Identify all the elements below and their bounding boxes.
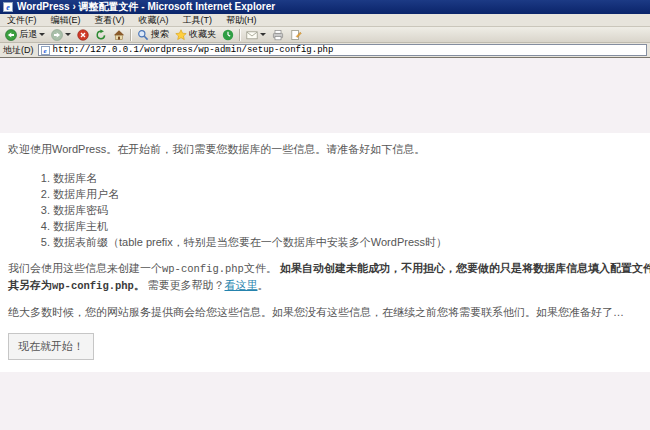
menubar: 文件(F) 编辑(E) 查看(V) 收藏(A) 工具(T) 帮助(H)	[0, 14, 650, 27]
button-row: 现在就开始！	[8, 333, 642, 372]
wp-config-filename: wp-config.php。	[52, 279, 144, 291]
info-text: 。	[257, 279, 268, 291]
forward-button[interactable]	[48, 27, 74, 43]
window-title: WordPress › 调整配置文件 - Microsoft Internet …	[17, 0, 275, 14]
list-item: 数据库名	[53, 170, 642, 186]
menu-edit[interactable]: 编辑(E)	[44, 14, 88, 27]
refresh-button[interactable]	[92, 27, 110, 43]
search-icon	[137, 29, 149, 41]
stop-icon	[77, 29, 89, 41]
list-item: 数据库主机	[53, 218, 642, 234]
print-icon	[272, 29, 284, 41]
setup-config-content: 欢迎使用WordPress。在开始前，我们需要您数据库的一些信息。请准备好如下信…	[0, 133, 650, 372]
menu-tools[interactable]: 工具(T)	[176, 14, 220, 27]
mail-dropdown-icon[interactable]	[260, 33, 266, 36]
lets-go-button[interactable]: 现在就开始！	[8, 333, 94, 360]
address-label: 地址(D)	[3, 44, 34, 57]
browser-window: e WordPress › 调整配置文件 - Microsoft Interne…	[0, 0, 650, 429]
back-icon	[5, 29, 17, 41]
wp-config-filename: wp-config.php	[162, 263, 244, 275]
favorites-star-icon	[175, 29, 187, 41]
forward-icon	[51, 29, 63, 41]
info-text: 我们会使用这些信息来创建一个	[8, 262, 162, 274]
page-top-margin	[0, 58, 650, 133]
history-button[interactable]	[219, 27, 237, 43]
history-icon	[222, 29, 234, 41]
home-icon	[113, 29, 125, 41]
list-item: 数据库用户名	[53, 186, 642, 202]
forward-dropdown-icon[interactable]	[65, 33, 71, 36]
config-info-line-2: 其另存为wp-config.php。 需要更多帮助？看这里。	[8, 277, 642, 294]
requirements-list: 数据库名 数据库用户名 数据库密码 数据库主机 数据表前缀（table pref…	[8, 170, 642, 250]
info-text: 文件。	[244, 262, 280, 274]
favorites-label: 收藏夹	[189, 28, 216, 41]
toolbar: 后退	[0, 27, 650, 43]
config-info-line-1: 我们会使用这些信息来创建一个wp-config.php文件。 如果自动创建未能成…	[8, 260, 642, 277]
menu-file[interactable]: 文件(F)	[0, 14, 44, 27]
ie-document-icon: e	[3, 2, 13, 12]
page-background: 欢迎使用WordPress。在开始前，我们需要您数据库的一些信息。请准备好如下信…	[0, 58, 650, 429]
back-button[interactable]: 后退	[2, 27, 48, 43]
stop-button[interactable]	[74, 27, 92, 43]
menu-view[interactable]: 查看(V)	[88, 14, 132, 27]
titlebar: e WordPress › 调整配置文件 - Microsoft Interne…	[0, 0, 650, 14]
back-dropdown-icon[interactable]	[39, 33, 45, 36]
refresh-icon	[95, 29, 107, 41]
toolbar-separator	[130, 29, 132, 41]
back-label: 后退	[19, 28, 37, 41]
menu-favorites[interactable]: 收藏(A)	[132, 14, 176, 27]
info-strong-text: 其另存为	[8, 279, 52, 291]
welcome-text: 欢迎使用WordPress。在开始前，我们需要您数据库的一些信息。请准备好如下信…	[8, 141, 642, 157]
address-url: http://127.0.0.1/wordpress/wp-admin/setu…	[53, 45, 334, 55]
address-page-icon: e	[41, 46, 50, 55]
edit-icon	[290, 29, 302, 41]
list-item: 数据库密码	[53, 202, 642, 218]
host-note-text: 绝大多数时候，您的网站服务提供商会给您这些信息。如果您没有这些信息，在继续之前您…	[8, 304, 642, 320]
address-input[interactable]: e http://127.0.0.1/wordpress/wp-admin/se…	[38, 44, 648, 56]
list-item: 数据表前缀（table prefix，特别是当您要在一个数据库中安装多个Word…	[53, 234, 642, 250]
help-here-link[interactable]: 看这里	[224, 279, 257, 291]
edit-button[interactable]	[287, 27, 305, 43]
mail-button[interactable]	[243, 27, 269, 43]
info-text: 需要更多帮助？	[144, 279, 224, 291]
addressbar: 地址(D) e http://127.0.0.1/wordpress/wp-ad…	[0, 43, 650, 58]
favorites-button[interactable]: 收藏夹	[172, 27, 219, 43]
home-button[interactable]	[110, 27, 128, 43]
mail-icon	[246, 29, 258, 41]
search-button[interactable]: 搜索	[134, 27, 172, 43]
print-button[interactable]	[269, 27, 287, 43]
toolbar-separator-2	[239, 29, 241, 41]
info-strong-text: 如果自动创建未能成功，不用担心，您要做的只是将数据库信息填入配置文件。您也可以在…	[280, 262, 650, 274]
search-label: 搜索	[151, 28, 169, 41]
menu-help[interactable]: 帮助(H)	[219, 14, 264, 27]
